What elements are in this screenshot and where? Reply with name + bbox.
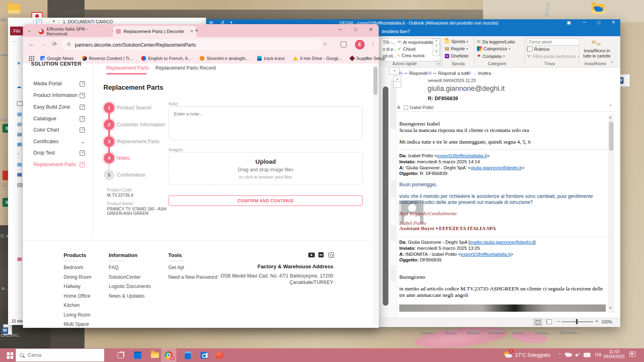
taskbar-red-app-button[interactable] <box>212 348 227 362</box>
ribbon-rubrica-button[interactable]: Rubrica <box>527 47 549 51</box>
tray-chevron-icon[interactable]: ⌃ <box>558 352 561 358</box>
profile-avatar[interactable]: E <box>355 40 365 49</box>
onedrive-cloud-icon[interactable]: ☁ <box>17 84 21 89</box>
footer-link-logistic-documents[interactable]: Logistic Documents <box>109 284 151 289</box>
desktop-folder-icon[interactable] <box>8 4 20 14</box>
footer-link-home-office[interactable]: Home Office <box>64 293 91 299</box>
nav-downloads-icon[interactable] <box>17 143 22 146</box>
tray-keyboard-icon[interactable] <box>584 353 590 357</box>
email-link[interactable]: export2@effezetaitalia.it <box>437 153 487 158</box>
ribbon-completa-button[interactable]: ⚑Completa▾ <box>477 53 505 59</box>
footer-link-faq[interactable]: FAQ <box>109 265 151 270</box>
apps-grid-icon[interactable] <box>29 56 30 57</box>
extensions-icon[interactable] <box>341 41 347 47</box>
tray-language[interactable]: ITA <box>595 352 601 357</box>
footer-link-kitchen[interactable]: Kitchen <box>64 302 91 308</box>
footer-link-solutioncenter[interactable]: SolutionCenter <box>109 274 151 280</box>
taskbar-chrome-button[interactable]: E <box>161 348 176 362</box>
ribbon-onenote-button[interactable]: NOneNote <box>445 53 469 58</box>
tab-close-icon[interactable]: × <box>190 29 193 34</box>
step-5-circle[interactable]: 5 <box>104 170 114 180</box>
list-scroll-thumb-button[interactable] <box>393 81 401 88</box>
taskbar-outlook-button[interactable] <box>196 348 212 362</box>
forward-button[interactable]: ✉→Inoltra <box>467 70 491 76</box>
bookmark-reverso[interactable]: Reverso Context | Tr... <box>82 56 133 61</box>
ribbon-daleggere-button[interactable]: ✉Da leggere/Letto <box>477 39 515 44</box>
new-tab-button[interactable]: + <box>195 27 198 33</box>
quick-step-row-1[interactable]: TIS -... <box>383 40 396 45</box>
step-3-label[interactable]: Replacement Parts <box>117 139 159 144</box>
quick-step-row-2[interactable]: o di p... <box>383 47 396 51</box>
note-textarea[interactable] <box>169 106 363 140</box>
taskbar-search-input[interactable] <box>27 352 93 358</box>
page-view-button[interactable] <box>545 319 553 325</box>
scrollbar-thumb[interactable] <box>609 122 613 151</box>
tray-clock[interactable]: 11:43 04/04/2025 <box>603 349 625 359</box>
ribbon-categorizza-button[interactable]: Categorizza▾ <box>477 46 510 51</box>
bookmark-track-trace[interactable]: track-trace <box>257 56 285 61</box>
bookmark-sinonimi[interactable]: Sinonimi e analoghi... <box>200 56 249 61</box>
zoom-slider-handle[interactable] <box>576 319 578 324</box>
step-4-circle[interactable]: 4 <box>104 153 114 163</box>
page-scrollbar-thumb[interactable] <box>374 67 378 95</box>
zoom-in-button[interactable]: + <box>595 319 598 324</box>
footer-link-living-room[interactable]: Living Room <box>64 312 91 318</box>
zoom-level[interactable]: 100% <box>601 319 612 324</box>
reply-button[interactable]: ✉↩Rispondi <box>398 70 427 76</box>
search-users-input[interactable] <box>527 38 579 45</box>
step-3-circle[interactable]: 3 <box>104 136 114 147</box>
taskbar-calculator-button[interactable] <box>180 348 195 362</box>
send-receive-button[interactable]: ✉ ✉ Invia/Ricevi in tutte le cartelle <box>581 38 613 61</box>
taskbar-search[interactable] <box>15 348 105 362</box>
taskbar-weather-text[interactable]: 17°C Soleggiato <box>515 352 550 358</box>
outlook-minimize-button[interactable]: – <box>583 19 586 25</box>
chrome-menu-icon[interactable]: ⋮ <box>370 41 376 47</box>
bookmark-english-to-french[interactable]: English to French, It... <box>141 56 191 61</box>
nav-desktop-icon[interactable] <box>17 123 22 126</box>
footer-link-hallway[interactable]: Hallway <box>64 284 91 289</box>
email-link[interactable]: mailto:giulia.giannone@deghi.it <box>470 240 534 245</box>
zoom-slider-track[interactable] <box>562 321 593 322</box>
instagram-icon[interactable] <box>328 252 334 258</box>
tab-replacement-parts-active[interactable]: Replacement Parts <box>106 65 149 71</box>
sidebar-item-product-information[interactable]: Product Information↗ <box>33 93 85 98</box>
footer-link-multi-space[interactable]: Multi Space <box>64 321 91 327</box>
explorer-qat-dropdown-icon[interactable]: ▾ <box>53 19 55 23</box>
outlook-tellme[interactable]: desidera fare? <box>382 29 410 34</box>
tab-replacement-parts-record[interactable]: Replacement Parts Record <box>155 65 216 71</box>
reading-view-button[interactable] <box>533 319 542 326</box>
message-to-value[interactable]: 'Izabel Polito' <box>409 105 434 110</box>
forward-icon[interactable]: → <box>40 41 47 48</box>
desktop-word-icon[interactable] <box>619 74 630 87</box>
sidebar-item-media-portal[interactable]: Media Portal↗ <box>33 81 85 86</box>
tab-search-icon[interactable]: ⌄ <box>27 27 31 33</box>
quick-action-chiudi[interactable]: ✓Chiudi <box>398 46 415 51</box>
taskbar-calendar-button[interactable] <box>130 348 145 362</box>
footer-link-dining-room[interactable]: Dining Room <box>64 274 91 280</box>
taskbar-explorer-button[interactable] <box>147 348 163 362</box>
sidebar-item-catalogue[interactable]: Catalogue↗ <box>33 116 85 121</box>
bookmark-star-icon[interactable]: ☆ <box>323 41 328 47</box>
step-5-label[interactable]: Confirmation <box>117 172 145 178</box>
nav-disk-icon[interactable] <box>17 183 23 187</box>
step-4-label[interactable]: Notes <box>117 155 130 161</box>
task-view-button[interactable] <box>113 348 128 362</box>
nav-music-icon[interactable]: ♪ <box>17 151 19 156</box>
recipient-checkbox[interactable] <box>404 105 408 110</box>
action-center-icon[interactable] <box>630 352 636 357</box>
nav-usb-icon[interactable] <box>17 257 22 261</box>
scrollbar-up-icon[interactable]: ▴ <box>609 115 611 119</box>
reload-icon[interactable]: ⟳ <box>52 41 57 47</box>
explorer-file-menu[interactable]: File <box>10 27 24 35</box>
nav-videos-icon[interactable] <box>17 173 22 177</box>
taskbar-weather-icon[interactable]: 1 <box>504 351 513 359</box>
bookmark-drive[interactable]: Il mio Drive - Googl... <box>293 56 341 61</box>
footer-link-bedroom[interactable]: Bedroom <box>64 265 91 270</box>
linkedin-icon[interactable]: in <box>318 252 324 257</box>
url-text[interactable]: partners.decortie.com/SolutionCenter/Rep… <box>75 42 196 48</box>
gallery-scroll-down[interactable]: ▾ <box>433 44 440 50</box>
gallery-scroll-up[interactable]: ▴ <box>433 39 440 45</box>
zoom-out-button[interactable]: – <box>557 318 560 324</box>
outlook-maximize-button[interactable]: □ <box>597 20 600 25</box>
scrollbar-down-icon[interactable]: ▾ <box>609 306 611 310</box>
